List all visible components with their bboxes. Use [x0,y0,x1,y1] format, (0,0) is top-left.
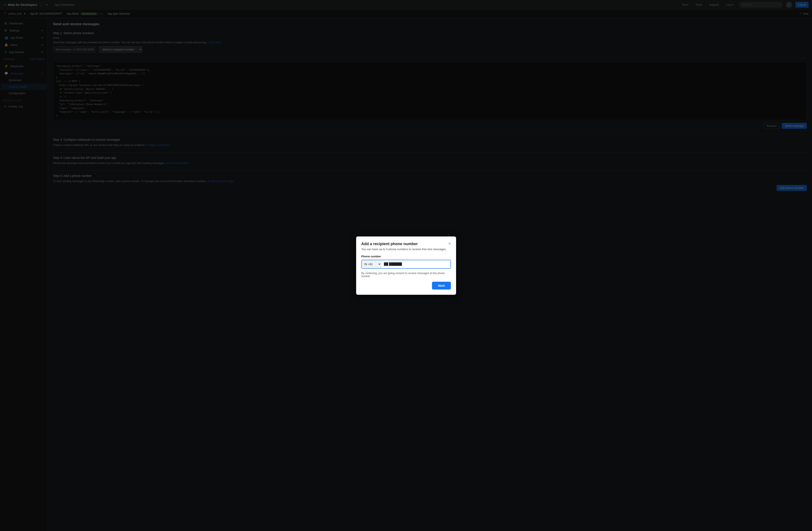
modal-footer: Next [361,282,451,290]
next-button[interactable]: Next [432,282,451,290]
country-code-select[interactable]: IN +91 US +1 UK +44 [362,260,381,268]
phone-number-input[interactable] [381,260,450,268]
modal-close-button[interactable]: × [449,242,451,246]
modal-subtitle: You can have up to 5 phone numbers to re… [361,248,451,251]
modal-title: Add a recipient phone number [361,242,418,246]
consent-text: By continuing, you are giving consent to… [361,272,451,278]
phone-input-row: IN +91 US +1 UK +44 [361,260,451,269]
add-recipient-modal: Add a recipient phone number × You can h… [356,236,456,295]
phone-number-label: Phone number [361,255,451,258]
modal-header: Add a recipient phone number × [361,242,451,246]
modal-overlay[interactable]: Add a recipient phone number × You can h… [0,0,812,531]
